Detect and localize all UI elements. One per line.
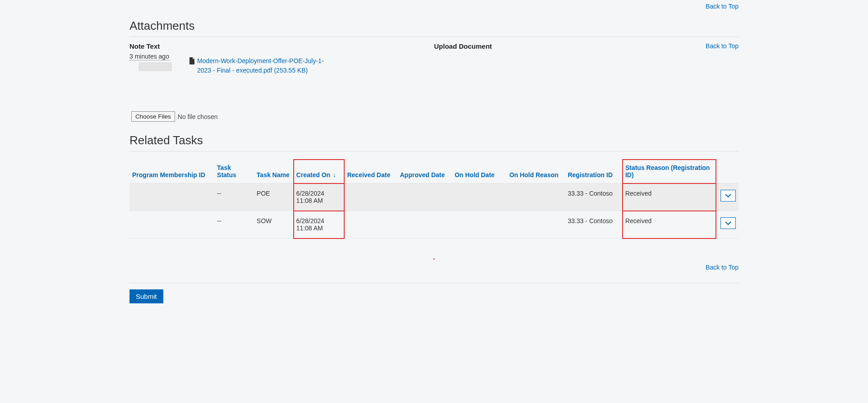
cell-pmid bbox=[129, 183, 214, 211]
no-file-chosen-text: No file chosen bbox=[178, 113, 218, 120]
back-to-top-link[interactable]: Back to Top bbox=[706, 3, 739, 10]
cell-status-reason: Received bbox=[623, 183, 716, 211]
cell-created-on: 6/28/2024 11:08 AM bbox=[294, 211, 345, 238]
attachments-heading: Attachments bbox=[129, 16, 739, 37]
cell-registration-id: 33.33 - Contoso bbox=[565, 183, 622, 211]
col-header-on-hold-reason[interactable]: On Hold Reason bbox=[507, 160, 565, 183]
col-header-task-name[interactable]: Task Name bbox=[254, 160, 294, 183]
col-header-status-reason[interactable]: Status Reason (Registration ID) bbox=[623, 160, 716, 183]
cell-on-hold-date bbox=[452, 211, 507, 238]
upload-document-label: Upload Document bbox=[434, 42, 492, 50]
attachment-file-link[interactable]: Modern-Work-Deployment-Offer-POE-July-1-… bbox=[197, 56, 333, 75]
col-header-on-hold-date[interactable]: On Hold Date bbox=[452, 160, 507, 183]
cell-approved-date bbox=[397, 211, 452, 238]
redacted-author bbox=[139, 62, 172, 71]
cell-task-name: POE bbox=[254, 183, 294, 211]
chevron-down-icon bbox=[725, 193, 731, 198]
row-action-button[interactable] bbox=[720, 217, 736, 229]
submit-button[interactable]: Submit bbox=[129, 289, 163, 303]
related-tasks-heading: Related Tasks bbox=[129, 131, 739, 151]
cell-pmid bbox=[129, 211, 214, 238]
file-icon bbox=[189, 57, 194, 66]
cell-on-hold-date bbox=[452, 183, 507, 211]
col-header-approved-date[interactable]: Approved Date bbox=[397, 160, 452, 183]
col-header-actions bbox=[716, 160, 739, 183]
related-tasks-table: Program Membership ID Task Status Task N… bbox=[129, 160, 739, 238]
decorative-dot: • bbox=[129, 256, 739, 263]
col-header-task-status[interactable]: Task Status bbox=[214, 160, 254, 183]
back-to-top-link[interactable]: Back to Top bbox=[706, 264, 739, 271]
cell-on-hold-reason bbox=[507, 183, 565, 211]
note-text-label: Note Text bbox=[129, 42, 434, 50]
back-to-top-link[interactable]: Back to Top bbox=[706, 42, 739, 50]
row-action-button[interactable] bbox=[720, 190, 736, 202]
cell-created-on: 6/28/2024 11:08 AM bbox=[294, 183, 345, 211]
cell-received-date bbox=[344, 183, 397, 211]
cell-task-status: -- bbox=[214, 211, 254, 238]
cell-task-status: -- bbox=[214, 183, 254, 211]
col-header-pmid[interactable]: Program Membership ID bbox=[129, 160, 214, 183]
cell-on-hold-reason bbox=[507, 211, 565, 238]
attachment-timestamp: 3 minutes ago bbox=[129, 53, 169, 60]
col-header-received-date[interactable]: Received Date bbox=[344, 160, 397, 183]
cell-task-name: SOW bbox=[254, 211, 294, 238]
table-row: -- POE 6/28/2024 11:08 AM 33.33 - Contos… bbox=[129, 183, 739, 211]
table-row: -- SOW 6/28/2024 11:08 AM 33.33 - Contos… bbox=[129, 211, 739, 238]
col-header-created-on-label: Created On bbox=[296, 171, 330, 179]
cell-received-date bbox=[344, 211, 397, 238]
cell-status-reason: Received bbox=[623, 211, 716, 238]
section-divider bbox=[129, 283, 739, 283]
choose-files-button[interactable]: Choose Files bbox=[131, 111, 175, 122]
col-header-registration-id[interactable]: Registration ID bbox=[565, 160, 622, 183]
cell-registration-id: 33.33 - Contoso bbox=[565, 211, 622, 238]
chevron-down-icon bbox=[725, 221, 731, 225]
col-header-created-on[interactable]: Created On ↓ bbox=[294, 160, 345, 183]
cell-approved-date bbox=[397, 183, 452, 211]
sort-descending-icon: ↓ bbox=[333, 171, 336, 179]
